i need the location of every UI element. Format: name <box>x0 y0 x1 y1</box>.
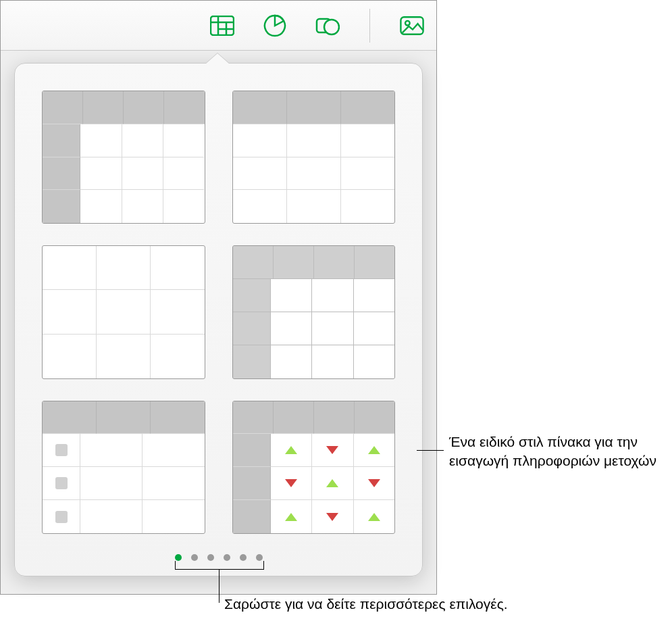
svg-rect-0 <box>211 16 234 35</box>
shape-icon[interactable] <box>315 14 340 38</box>
callout-line <box>219 569 219 603</box>
table-style-stock[interactable] <box>232 401 396 534</box>
svg-point-8 <box>405 20 410 25</box>
page-dot[interactable] <box>256 554 263 561</box>
page-dot[interactable] <box>191 554 198 561</box>
page-dot[interactable] <box>240 554 247 561</box>
page-dot[interactable] <box>224 554 230 561</box>
chart-icon[interactable] <box>263 14 287 38</box>
page-dot[interactable] <box>175 554 182 561</box>
table-style-plain-grid[interactable] <box>42 245 205 378</box>
media-icon[interactable] <box>400 14 424 38</box>
sheet-area <box>1 51 436 594</box>
app-frame <box>0 0 437 595</box>
table-style-header-row-only[interactable] <box>232 91 396 224</box>
page-indicator[interactable] <box>15 554 422 561</box>
callout-stock: Ένα ειδικό στιλ πίνακα για την εισαγωγή … <box>449 433 665 471</box>
popover-arrow <box>205 53 230 64</box>
toolbar <box>1 1 436 51</box>
table-style-checklist[interactable] <box>42 401 205 534</box>
toolbar-separator <box>369 9 370 43</box>
table-style-header-row-and-column[interactable] <box>42 91 205 224</box>
callout-line <box>417 450 444 451</box>
table-icon[interactable] <box>210 14 234 38</box>
table-style-grid <box>42 91 395 534</box>
table-styles-popover <box>14 63 423 576</box>
svg-point-6 <box>324 20 339 34</box>
callout-bracket <box>175 561 264 570</box>
table-style-outlined-inset[interactable] <box>232 245 396 378</box>
callout-swipe: Σαρώστε για να δείτε περισσότερες επιλογ… <box>224 595 508 614</box>
page-dot[interactable] <box>207 554 214 561</box>
